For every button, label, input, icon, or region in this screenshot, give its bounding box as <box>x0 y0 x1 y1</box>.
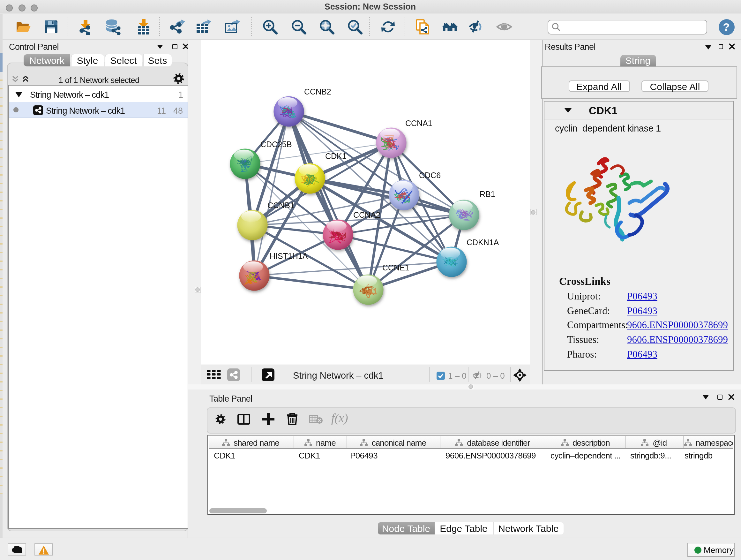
svg-text:CCNE1: CCNE1 <box>382 263 409 272</box>
svg-text:CCNA1: CCNA1 <box>405 118 432 127</box>
svg-text:CDC25B: CDC25B <box>260 139 292 148</box>
svg-text:RB1: RB1 <box>479 189 495 198</box>
svg-text:CDK1: CDK1 <box>325 151 346 160</box>
svg-text:CCNB2: CCNB2 <box>304 87 331 96</box>
svg-text:HIST1H1A: HIST1H1A <box>269 251 308 260</box>
svg-text:CDC6: CDC6 <box>419 171 441 179</box>
svg-text:CCNA2: CCNA2 <box>353 210 380 219</box>
svg-text:CCNB1: CCNB1 <box>267 200 294 209</box>
svg-text:CDKN1A: CDKN1A <box>466 238 499 246</box>
